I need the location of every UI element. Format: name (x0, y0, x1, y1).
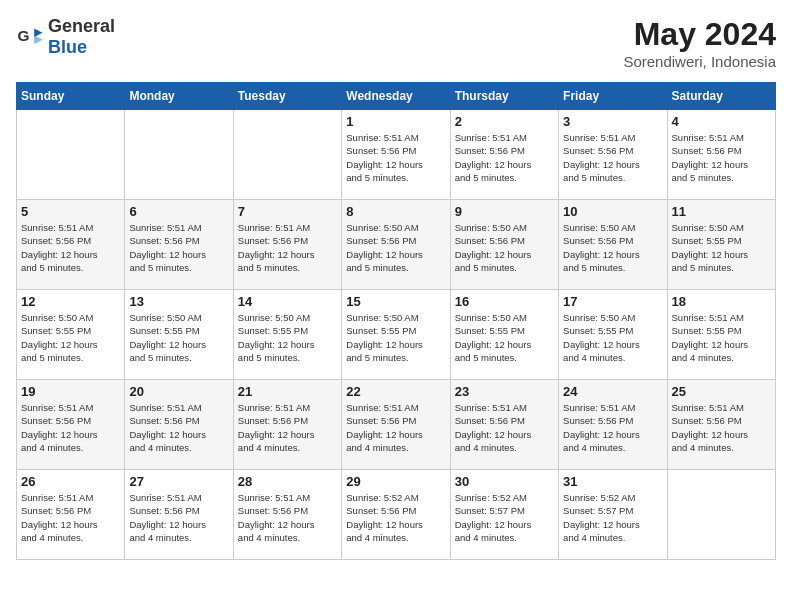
day-number: 26 (21, 474, 120, 489)
day-info: Sunrise: 5:50 AM Sunset: 5:56 PM Dayligh… (563, 221, 662, 274)
day-number: 27 (129, 474, 228, 489)
day-number: 2 (455, 114, 554, 129)
calendar-cell: 13Sunrise: 5:50 AM Sunset: 5:55 PM Dayli… (125, 290, 233, 380)
calendar-cell: 5Sunrise: 5:51 AM Sunset: 5:56 PM Daylig… (17, 200, 125, 290)
day-info: Sunrise: 5:51 AM Sunset: 5:56 PM Dayligh… (455, 401, 554, 454)
day-number: 9 (455, 204, 554, 219)
day-info: Sunrise: 5:52 AM Sunset: 5:57 PM Dayligh… (563, 491, 662, 544)
calendar-cell: 21Sunrise: 5:51 AM Sunset: 5:56 PM Dayli… (233, 380, 341, 470)
day-info: Sunrise: 5:51 AM Sunset: 5:56 PM Dayligh… (346, 131, 445, 184)
calendar-table: Sunday Monday Tuesday Wednesday Thursday… (16, 82, 776, 560)
calendar-cell: 19Sunrise: 5:51 AM Sunset: 5:56 PM Dayli… (17, 380, 125, 470)
calendar-cell: 17Sunrise: 5:50 AM Sunset: 5:55 PM Dayli… (559, 290, 667, 380)
header-sunday: Sunday (17, 83, 125, 110)
day-number: 17 (563, 294, 662, 309)
day-number: 16 (455, 294, 554, 309)
day-number: 11 (672, 204, 771, 219)
calendar-week-1: 1Sunrise: 5:51 AM Sunset: 5:56 PM Daylig… (17, 110, 776, 200)
day-info: Sunrise: 5:51 AM Sunset: 5:56 PM Dayligh… (129, 491, 228, 544)
day-info: Sunrise: 5:51 AM Sunset: 5:56 PM Dayligh… (238, 491, 337, 544)
day-info: Sunrise: 5:52 AM Sunset: 5:56 PM Dayligh… (346, 491, 445, 544)
day-number: 8 (346, 204, 445, 219)
calendar-cell: 2Sunrise: 5:51 AM Sunset: 5:56 PM Daylig… (450, 110, 558, 200)
logo-blue: Blue (48, 37, 87, 57)
calendar-cell: 10Sunrise: 5:50 AM Sunset: 5:56 PM Dayli… (559, 200, 667, 290)
day-number: 15 (346, 294, 445, 309)
calendar-cell: 29Sunrise: 5:52 AM Sunset: 5:56 PM Dayli… (342, 470, 450, 560)
calendar-cell (233, 110, 341, 200)
day-number: 22 (346, 384, 445, 399)
day-info: Sunrise: 5:50 AM Sunset: 5:56 PM Dayligh… (455, 221, 554, 274)
day-info: Sunrise: 5:50 AM Sunset: 5:55 PM Dayligh… (346, 311, 445, 364)
day-info: Sunrise: 5:52 AM Sunset: 5:57 PM Dayligh… (455, 491, 554, 544)
calendar-cell: 1Sunrise: 5:51 AM Sunset: 5:56 PM Daylig… (342, 110, 450, 200)
calendar-cell: 4Sunrise: 5:51 AM Sunset: 5:56 PM Daylig… (667, 110, 775, 200)
day-number: 10 (563, 204, 662, 219)
day-info: Sunrise: 5:51 AM Sunset: 5:56 PM Dayligh… (455, 131, 554, 184)
day-number: 18 (672, 294, 771, 309)
calendar-cell: 28Sunrise: 5:51 AM Sunset: 5:56 PM Dayli… (233, 470, 341, 560)
calendar-cell: 16Sunrise: 5:50 AM Sunset: 5:55 PM Dayli… (450, 290, 558, 380)
calendar-cell: 15Sunrise: 5:50 AM Sunset: 5:55 PM Dayli… (342, 290, 450, 380)
calendar-cell: 20Sunrise: 5:51 AM Sunset: 5:56 PM Dayli… (125, 380, 233, 470)
page-header: G General Blue May 2024 Sorendiweri, Ind… (16, 16, 776, 70)
day-number: 3 (563, 114, 662, 129)
title-block: May 2024 Sorendiweri, Indonesia (623, 16, 776, 70)
day-info: Sunrise: 5:50 AM Sunset: 5:55 PM Dayligh… (238, 311, 337, 364)
day-info: Sunrise: 5:51 AM Sunset: 5:56 PM Dayligh… (21, 491, 120, 544)
header-tuesday: Tuesday (233, 83, 341, 110)
calendar-cell: 9Sunrise: 5:50 AM Sunset: 5:56 PM Daylig… (450, 200, 558, 290)
header-saturday: Saturday (667, 83, 775, 110)
svg-marker-1 (34, 29, 42, 37)
calendar-cell (125, 110, 233, 200)
calendar-week-3: 12Sunrise: 5:50 AM Sunset: 5:55 PM Dayli… (17, 290, 776, 380)
calendar-cell: 11Sunrise: 5:50 AM Sunset: 5:55 PM Dayli… (667, 200, 775, 290)
day-number: 21 (238, 384, 337, 399)
day-number: 6 (129, 204, 228, 219)
day-info: Sunrise: 5:51 AM Sunset: 5:56 PM Dayligh… (129, 401, 228, 454)
calendar-cell: 23Sunrise: 5:51 AM Sunset: 5:56 PM Dayli… (450, 380, 558, 470)
day-info: Sunrise: 5:50 AM Sunset: 5:55 PM Dayligh… (672, 221, 771, 274)
day-info: Sunrise: 5:50 AM Sunset: 5:55 PM Dayligh… (21, 311, 120, 364)
day-number: 24 (563, 384, 662, 399)
day-info: Sunrise: 5:50 AM Sunset: 5:56 PM Dayligh… (346, 221, 445, 274)
calendar-cell: 31Sunrise: 5:52 AM Sunset: 5:57 PM Dayli… (559, 470, 667, 560)
day-info: Sunrise: 5:50 AM Sunset: 5:55 PM Dayligh… (129, 311, 228, 364)
day-info: Sunrise: 5:50 AM Sunset: 5:55 PM Dayligh… (455, 311, 554, 364)
day-number: 28 (238, 474, 337, 489)
day-number: 12 (21, 294, 120, 309)
day-info: Sunrise: 5:51 AM Sunset: 5:56 PM Dayligh… (672, 401, 771, 454)
calendar-cell: 24Sunrise: 5:51 AM Sunset: 5:56 PM Dayli… (559, 380, 667, 470)
calendar-cell: 12Sunrise: 5:50 AM Sunset: 5:55 PM Dayli… (17, 290, 125, 380)
calendar-cell: 25Sunrise: 5:51 AM Sunset: 5:56 PM Dayli… (667, 380, 775, 470)
calendar-cell: 27Sunrise: 5:51 AM Sunset: 5:56 PM Dayli… (125, 470, 233, 560)
logo: G General Blue (16, 16, 115, 58)
day-number: 19 (21, 384, 120, 399)
calendar-cell: 30Sunrise: 5:52 AM Sunset: 5:57 PM Dayli… (450, 470, 558, 560)
day-info: Sunrise: 5:51 AM Sunset: 5:55 PM Dayligh… (672, 311, 771, 364)
header-row: Sunday Monday Tuesday Wednesday Thursday… (17, 83, 776, 110)
day-info: Sunrise: 5:51 AM Sunset: 5:56 PM Dayligh… (238, 401, 337, 454)
header-monday: Monday (125, 83, 233, 110)
day-number: 23 (455, 384, 554, 399)
day-info: Sunrise: 5:51 AM Sunset: 5:56 PM Dayligh… (129, 221, 228, 274)
day-number: 1 (346, 114, 445, 129)
calendar-week-5: 26Sunrise: 5:51 AM Sunset: 5:56 PM Dayli… (17, 470, 776, 560)
day-number: 13 (129, 294, 228, 309)
day-info: Sunrise: 5:51 AM Sunset: 5:56 PM Dayligh… (21, 221, 120, 274)
header-wednesday: Wednesday (342, 83, 450, 110)
day-info: Sunrise: 5:51 AM Sunset: 5:56 PM Dayligh… (563, 131, 662, 184)
calendar-cell: 8Sunrise: 5:50 AM Sunset: 5:56 PM Daylig… (342, 200, 450, 290)
logo-text: General Blue (48, 16, 115, 58)
header-friday: Friday (559, 83, 667, 110)
day-number: 14 (238, 294, 337, 309)
calendar-week-2: 5Sunrise: 5:51 AM Sunset: 5:56 PM Daylig… (17, 200, 776, 290)
calendar-cell (17, 110, 125, 200)
location-subtitle: Sorendiweri, Indonesia (623, 53, 776, 70)
calendar-cell: 18Sunrise: 5:51 AM Sunset: 5:55 PM Dayli… (667, 290, 775, 380)
day-info: Sunrise: 5:51 AM Sunset: 5:56 PM Dayligh… (238, 221, 337, 274)
header-thursday: Thursday (450, 83, 558, 110)
day-info: Sunrise: 5:51 AM Sunset: 5:56 PM Dayligh… (672, 131, 771, 184)
calendar-cell: 22Sunrise: 5:51 AM Sunset: 5:56 PM Dayli… (342, 380, 450, 470)
calendar-cell: 3Sunrise: 5:51 AM Sunset: 5:56 PM Daylig… (559, 110, 667, 200)
